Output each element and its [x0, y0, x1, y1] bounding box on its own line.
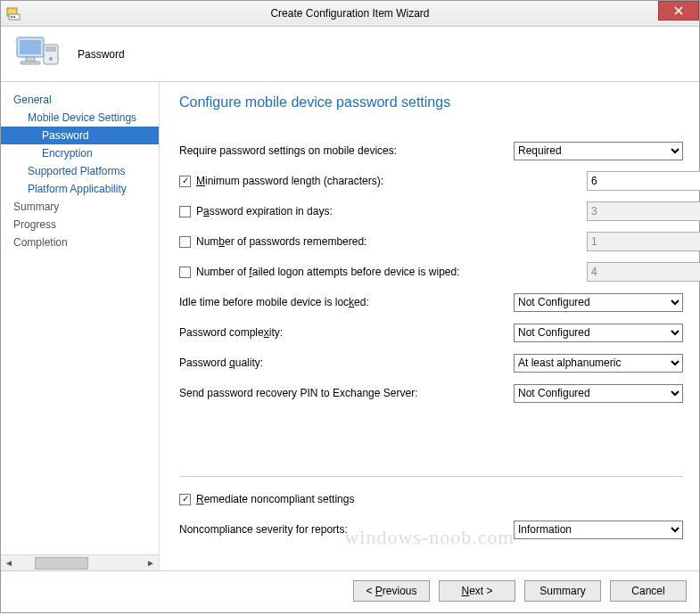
row-remediate: ✓ Remediate noncompliant settings	[179, 489, 683, 509]
sidebar-item-progress[interactable]: Progress	[1, 216, 159, 234]
label-failed: Number of failed logon attempts before d…	[196, 266, 460, 278]
label-remediate: Remediate noncompliant settings	[196, 493, 354, 505]
label-minlen: Minimum password length (characters):	[196, 175, 383, 187]
row-minlen: ✓ Minimum password length (characters): …	[179, 171, 683, 191]
row-complexity: Password complexity: Not Configured	[179, 323, 683, 342]
svg-rect-3	[13, 16, 15, 18]
label-severity: Noncompliance severity for reports:	[179, 523, 348, 536]
previous-button[interactable]: < Previous	[353, 580, 430, 602]
svg-rect-11	[45, 46, 56, 52]
app-icon	[6, 6, 21, 20]
row-expire: Password expiration in days: ▲▼	[179, 201, 683, 221]
row-idle: Idle time before mobile device is locked…	[179, 292, 683, 312]
label-require: Require password settings on mobile devi…	[179, 144, 397, 157]
select-recovery[interactable]: Not Configured	[514, 384, 683, 403]
scroll-track[interactable]	[17, 555, 143, 570]
header-band: Password	[1, 27, 699, 82]
close-button[interactable]	[658, 1, 699, 20]
sidebar-item-summary[interactable]: Summary	[1, 198, 159, 216]
label-idle: Idle time before mobile device is locked…	[179, 296, 369, 308]
svg-rect-9	[21, 62, 40, 64]
label-remembered: Number of passwords remembered:	[196, 235, 366, 248]
next-button[interactable]: Next >	[439, 580, 515, 602]
checkbox-failed[interactable]	[179, 266, 191, 278]
input-expire	[587, 201, 700, 221]
spinner-minlen[interactable]: ▲▼	[587, 171, 683, 191]
select-severity[interactable]: Information	[514, 521, 683, 539]
input-minlen[interactable]	[587, 171, 700, 191]
window-title: Create Configuration Item Wizard	[1, 7, 699, 20]
sidebar-item-general[interactable]: General	[1, 91, 159, 109]
row-quality: Password quality: At least alphanumeric	[179, 353, 683, 373]
sidebar-item-supported-platforms[interactable]: Supported Platforms	[1, 162, 159, 180]
svg-rect-7	[20, 40, 41, 54]
row-remembered: Number of passwords remembered: ▲▼	[179, 232, 683, 251]
sidebar-item-mobile-device-settings[interactable]: Mobile Device Settings	[1, 109, 159, 127]
computer-icon	[13, 36, 62, 73]
checkbox-remembered[interactable]	[179, 236, 191, 248]
scroll-right-arrow[interactable]: ►	[143, 555, 159, 570]
scroll-thumb[interactable]	[35, 557, 88, 570]
titlebar: Create Configuration Item Wizard	[1, 1, 699, 27]
svg-point-12	[49, 57, 53, 61]
section-divider	[179, 476, 683, 477]
cancel-button[interactable]: Cancel	[610, 580, 687, 602]
svg-rect-2	[11, 16, 12, 18]
checkbox-remediate[interactable]: ✓	[179, 494, 191, 505]
sidebar-item-password[interactable]: Password	[1, 127, 159, 144]
close-icon	[674, 6, 683, 15]
scroll-left-arrow[interactable]: ◄	[1, 555, 17, 570]
sidebar: General Mobile Device Settings Password …	[1, 82, 160, 570]
page-heading: Password	[78, 48, 125, 61]
label-complexity: Password complexity:	[179, 326, 283, 339]
row-severity: Noncompliance severity for reports: Info…	[179, 520, 683, 539]
label-expire: Password expiration in days:	[196, 205, 333, 217]
label-recovery: Send password recovery PIN to Exchange S…	[179, 387, 417, 399]
sidebar-scrollbar[interactable]: ◄ ►	[1, 554, 159, 570]
summary-button[interactable]: Summary	[524, 580, 601, 602]
wizard-window: Create Configuration Item Wizard Passwor…	[0, 0, 700, 613]
row-require: Require password settings on mobile devi…	[179, 141, 683, 160]
sidebar-item-encryption[interactable]: Encryption	[1, 144, 159, 162]
main-panel: Configure mobile device password setting…	[160, 82, 699, 570]
select-idle[interactable]: Not Configured	[514, 293, 683, 312]
sidebar-item-completion[interactable]: Completion	[1, 234, 159, 251]
button-bar: < Previous Next > Summary Cancel	[1, 570, 699, 612]
label-quality: Password quality:	[179, 357, 263, 369]
svg-rect-8	[26, 57, 35, 62]
spinner-expire: ▲▼	[587, 201, 683, 221]
select-require[interactable]: Required	[514, 142, 683, 160]
checkbox-expire[interactable]	[179, 206, 191, 217]
select-complexity[interactable]: Not Configured	[514, 324, 683, 342]
row-recovery: Send password recovery PIN to Exchange S…	[179, 383, 683, 403]
spinner-failed: ▲▼	[587, 262, 683, 282]
spinner-remembered: ▲▼	[587, 232, 683, 251]
sidebar-item-platform-applicability[interactable]: Platform Applicability	[1, 180, 159, 198]
select-quality[interactable]: At least alphanumeric	[514, 354, 683, 373]
input-failed	[587, 262, 700, 282]
page-title: Configure mobile device password setting…	[179, 94, 683, 111]
input-remembered	[587, 232, 700, 251]
row-failed: Number of failed logon attempts before d…	[179, 262, 683, 282]
body: General Mobile Device Settings Password …	[1, 82, 699, 570]
checkbox-minlen[interactable]: ✓	[179, 176, 191, 187]
